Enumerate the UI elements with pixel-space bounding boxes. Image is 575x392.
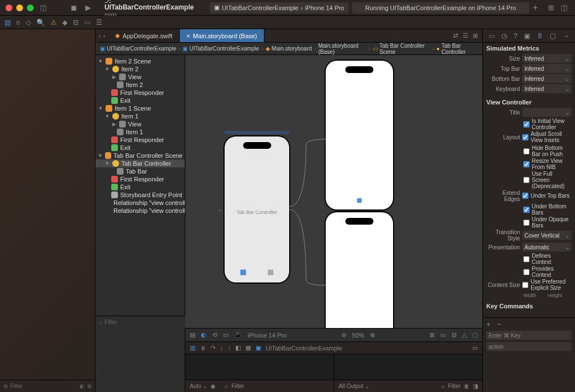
outline-filter-field[interactable]: Filter bbox=[104, 319, 117, 325]
close-window[interactable] bbox=[6, 4, 12, 11]
exit-row[interactable]: Exit bbox=[95, 183, 185, 191]
add-editor-icon[interactable]: ⊞ bbox=[473, 32, 478, 39]
eye-icon[interactable]: ◉ bbox=[211, 383, 216, 389]
provides-context-checkbox[interactable] bbox=[523, 269, 530, 275]
stop-button[interactable]: ◼ bbox=[69, 3, 79, 13]
console-toggle-icon[interactable]: ▭ bbox=[472, 344, 478, 352]
symbol-nav-icon[interactable]: ◇ bbox=[26, 19, 31, 26]
scene-row[interactable]: ▼Item 1 Scene bbox=[95, 104, 185, 112]
pause-icon[interactable]: ⏸ bbox=[200, 345, 206, 352]
variables-scope[interactable]: Auto ⌄ bbox=[190, 383, 207, 389]
run-button[interactable]: ▶ bbox=[83, 3, 93, 13]
forward-button[interactable]: › bbox=[103, 33, 106, 39]
first-responder-row[interactable]: First Responder bbox=[95, 175, 185, 183]
sidebar-toggle-icon[interactable]: ◫ bbox=[38, 3, 48, 13]
view-row[interactable]: ▶View bbox=[95, 120, 185, 128]
vc-row[interactable]: ▼Item 2 bbox=[95, 65, 185, 73]
orientation-icon[interactable]: ⟲ bbox=[212, 331, 217, 339]
source-control-nav-icon[interactable]: ⎋ bbox=[16, 19, 20, 26]
debug-view-icon[interactable]: ◧ bbox=[235, 344, 241, 352]
under-top-checkbox[interactable] bbox=[522, 193, 528, 199]
size-inspector-icon[interactable]: ▢ bbox=[550, 32, 556, 40]
explicit-size-checkbox[interactable] bbox=[522, 282, 528, 288]
scm-filter-icon[interactable]: ⊗ bbox=[87, 383, 92, 389]
jump-vc[interactable]: Tab Bar Controller bbox=[441, 43, 478, 55]
step-into-icon[interactable]: ↓ bbox=[220, 345, 223, 352]
outline-toggle-icon[interactable]: ▤ bbox=[190, 331, 195, 339]
vc-row[interactable]: ▼Item 1 bbox=[95, 112, 185, 120]
jump-base[interactable]: Main.storyboard (Base) bbox=[318, 43, 367, 55]
embed-icon[interactable]: ▢ bbox=[472, 331, 478, 339]
defines-context-checkbox[interactable] bbox=[523, 256, 530, 262]
presentation-select[interactable]: Automatic bbox=[522, 243, 572, 252]
relationship-row[interactable]: Relationship "view controllers... bbox=[95, 207, 185, 215]
size-select[interactable]: Inferred bbox=[522, 54, 572, 63]
resize-nib-checkbox[interactable] bbox=[523, 161, 530, 167]
title-field[interactable] bbox=[522, 108, 572, 117]
item-row[interactable]: Item 1 bbox=[95, 128, 185, 136]
zoom-out-icon[interactable]: ⊖ bbox=[341, 331, 346, 339]
first-responder-row[interactable]: First Responder bbox=[95, 89, 185, 97]
jump-project[interactable]: UITabBarControllerExample bbox=[107, 45, 176, 52]
hide-bottom-checkbox[interactable] bbox=[523, 148, 530, 154]
add-remove-buttons[interactable]: + − bbox=[486, 320, 504, 329]
breakpoint-nav-icon[interactable]: ▭ bbox=[84, 19, 90, 26]
close-tab-icon[interactable]: × bbox=[186, 33, 190, 39]
connections-inspector-icon[interactable]: → bbox=[563, 32, 569, 40]
test-nav-icon[interactable]: ◆ bbox=[62, 19, 67, 26]
adjust-insets-checkbox[interactable] bbox=[522, 134, 528, 140]
console-filter[interactable]: Filter bbox=[448, 383, 460, 389]
zoom-window[interactable] bbox=[27, 4, 34, 11]
back-button[interactable]: ‹ bbox=[99, 33, 101, 39]
fullscreen-checkbox[interactable] bbox=[523, 177, 530, 183]
adjust-editor-icon[interactable]: ☰ bbox=[463, 32, 468, 39]
view-row[interactable]: ▶View bbox=[95, 73, 185, 81]
entry-point-row[interactable]: Storyboard Entry Point bbox=[95, 191, 185, 199]
item1-scene[interactable] bbox=[326, 61, 393, 209]
trash-icon[interactable]: 🗑 bbox=[464, 383, 469, 389]
relationship-row[interactable]: Relationship "view controllers... bbox=[95, 199, 185, 207]
recent-filter-icon[interactable]: ◐ bbox=[80, 383, 85, 389]
appearance-icon[interactable]: ◐ bbox=[201, 331, 207, 339]
variables-view[interactable] bbox=[185, 354, 334, 380]
memory-icon[interactable]: ▦ bbox=[245, 344, 251, 352]
add-tab-button[interactable]: + bbox=[533, 3, 538, 13]
tabbar-row[interactable]: Tab Bar bbox=[95, 167, 185, 175]
item2-scene[interactable] bbox=[326, 212, 393, 328]
action-field[interactable]: action bbox=[486, 342, 572, 351]
identity-inspector-icon[interactable]: ▣ bbox=[524, 32, 530, 40]
console-view[interactable] bbox=[334, 354, 482, 380]
attributes-inspector-icon[interactable]: 🎚 bbox=[537, 32, 544, 40]
step-out-icon[interactable]: ↑ bbox=[228, 345, 231, 352]
under-opaque-checkbox[interactable] bbox=[523, 220, 530, 226]
minimize-window[interactable] bbox=[16, 4, 23, 11]
exit-row[interactable]: Exit bbox=[95, 144, 185, 152]
editor-options-icon[interactable]: ⇄ bbox=[453, 32, 458, 39]
console-output-selector[interactable]: All Output ⌄ bbox=[339, 383, 369, 389]
constraints-icon[interactable]: ⊞ bbox=[430, 331, 435, 339]
debug-target[interactable]: UITabBarControllerExample bbox=[266, 345, 342, 352]
device-config-icon[interactable]: ▭ bbox=[223, 331, 229, 339]
zoom-in-icon[interactable]: ⊕ bbox=[370, 331, 375, 339]
scheme-selector[interactable]: ▣ UITabBarControllerExample › iPhone 14 … bbox=[209, 2, 349, 13]
report-nav-icon[interactable]: ☰ bbox=[96, 19, 102, 26]
exit-row[interactable]: Exit bbox=[95, 97, 185, 104]
help-inspector-icon[interactable]: ? bbox=[513, 32, 517, 40]
library-button[interactable]: ⊞ bbox=[546, 3, 556, 13]
topbar-select[interactable]: Inferred bbox=[522, 64, 572, 73]
tab-storyboard[interactable]: × Main.storyboard (Base) bbox=[180, 29, 264, 42]
debug-toggle-icon[interactable]: ▥ bbox=[190, 344, 195, 352]
step-over-icon[interactable]: ↷ bbox=[211, 344, 216, 352]
debug-nav-icon[interactable]: ⊟ bbox=[73, 19, 79, 26]
file-inspector-icon[interactable]: ▭ bbox=[489, 32, 495, 40]
split-icon[interactable]: ◨ bbox=[473, 383, 478, 389]
find-nav-icon[interactable]: 🔍 bbox=[36, 19, 45, 26]
scene-row[interactable]: ▼Item 2 Scene bbox=[95, 57, 185, 65]
align-icon[interactable]: ▭ bbox=[440, 331, 446, 339]
key-field[interactable]: Enter ⌘ Key bbox=[486, 331, 572, 340]
history-inspector-icon[interactable]: ◷ bbox=[501, 32, 507, 40]
scene-row[interactable]: ▼Tab Bar Controller Scene bbox=[95, 152, 185, 159]
pin-icon[interactable]: ⊟ bbox=[451, 331, 457, 339]
initial-vc-checkbox[interactable] bbox=[523, 121, 530, 127]
device-label[interactable]: iPhone 14 Pro bbox=[248, 332, 287, 339]
